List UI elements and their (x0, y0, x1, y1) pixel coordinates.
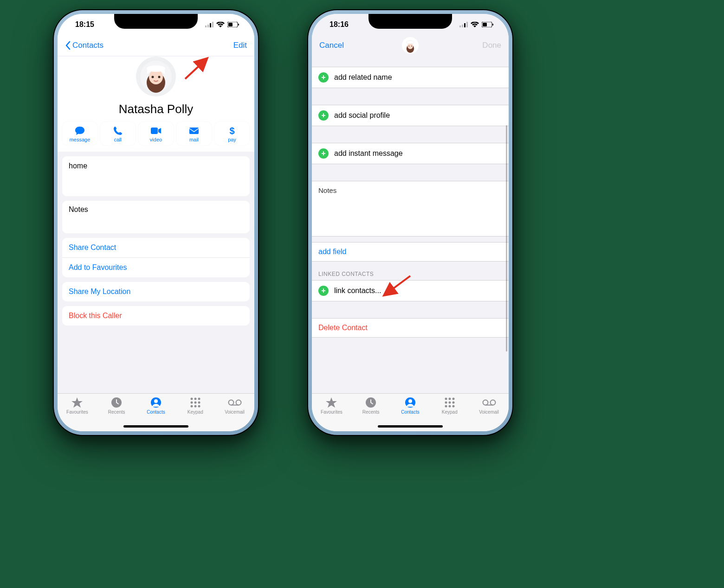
tab-recents[interactable]: Recents (100, 396, 133, 415)
nav-bar: Contacts Edit (58, 35, 254, 56)
svg-point-48 (445, 398, 447, 400)
tab-favourites[interactable]: Favourites (60, 396, 94, 415)
svg-point-20 (194, 398, 196, 400)
svg-rect-33 (462, 25, 463, 27)
link-contacts[interactable]: + link contacts... (312, 280, 509, 301)
keypad-icon (444, 396, 455, 409)
tab-voicemail[interactable]: Voicemail (472, 396, 506, 415)
contact-content: Natasha Polly message call video (58, 56, 254, 393)
svg-point-51 (445, 402, 447, 404)
svg-rect-34 (464, 23, 465, 27)
svg-point-25 (190, 405, 193, 408)
svg-rect-38 (492, 24, 493, 26)
contact-avatar[interactable] (136, 57, 176, 96)
svg-rect-0 (205, 26, 207, 27)
person-icon (405, 396, 416, 409)
add-field[interactable]: add field (312, 242, 509, 262)
edit-content[interactable]: + add related name + add social profile … (312, 56, 509, 393)
tab-contacts[interactable]: Contacts (139, 396, 173, 415)
message-button[interactable]: message (62, 122, 97, 145)
back-label: Contacts (72, 41, 103, 50)
tab-label: Voicemail (225, 409, 245, 415)
svg-point-56 (452, 405, 454, 408)
mail-button[interactable]: mail (176, 122, 212, 145)
edit-button[interactable]: Edit (233, 41, 247, 50)
svg-point-26 (194, 405, 196, 408)
tab-label: Keypad (187, 409, 203, 415)
svg-point-43 (408, 45, 409, 46)
svg-point-18 (154, 399, 158, 403)
pay-button[interactable]: $ pay (214, 122, 250, 145)
phone-mockup-left: 18:15 Contacts Edit (53, 9, 259, 436)
mail-label: mail (189, 137, 199, 142)
add-social-profile[interactable]: + add social profile (312, 105, 509, 126)
svg-point-42 (407, 40, 414, 44)
add-to-favourites[interactable]: Add to Favourites (62, 258, 250, 277)
svg-text:$: $ (229, 126, 234, 136)
tab-label: Recents (108, 409, 125, 415)
call-button[interactable]: call (100, 122, 136, 145)
cancel-button[interactable]: Cancel (319, 41, 344, 50)
svg-point-22 (190, 402, 193, 404)
share-my-location[interactable]: Share My Location (62, 282, 250, 301)
plus-icon: + (318, 286, 329, 296)
wifi-icon (216, 22, 225, 27)
tab-keypad[interactable]: Keypad (433, 396, 466, 415)
add-related-name[interactable]: + add related name (312, 67, 509, 88)
star-icon (71, 396, 83, 409)
svg-point-19 (190, 398, 193, 400)
svg-point-50 (452, 398, 454, 400)
status-time: 18:16 (330, 20, 349, 29)
plus-icon: + (318, 72, 329, 83)
svg-point-44 (411, 45, 412, 46)
back-button[interactable]: Contacts (65, 41, 103, 50)
svg-point-52 (448, 402, 451, 404)
tab-contacts[interactable]: Contacts (394, 396, 427, 415)
tab-recents[interactable]: Recents (354, 396, 388, 415)
tab-favourites[interactable]: Favourites (315, 396, 348, 415)
clock-icon (111, 396, 122, 409)
tab-label: Keypad (442, 409, 458, 415)
svg-point-54 (445, 405, 447, 408)
chevron-left-icon (65, 41, 71, 50)
contact-name: Natasha Polly (58, 102, 254, 116)
svg-rect-32 (459, 26, 461, 27)
svg-point-24 (198, 402, 200, 404)
delete-contact[interactable]: Delete Contact (312, 318, 509, 338)
svg-point-49 (448, 398, 451, 400)
nav-avatar[interactable] (402, 37, 419, 54)
dollar-icon: $ (229, 126, 235, 136)
scroll-indicator[interactable] (506, 125, 507, 352)
battery-icon (227, 22, 239, 27)
svg-point-57 (483, 400, 488, 405)
linked-contacts-header: LINKED CONTACTS (312, 262, 509, 280)
nav-bar-edit: Cancel Done (312, 35, 509, 56)
phone-icon (113, 126, 123, 136)
block-caller[interactable]: Block this Caller (62, 306, 250, 326)
cellular-icon (205, 22, 213, 27)
done-button[interactable]: Done (482, 41, 501, 50)
call-label: call (114, 137, 122, 142)
field-notes[interactable]: Notes (62, 201, 250, 233)
add-instant-message[interactable]: + add instant message (312, 143, 509, 164)
svg-point-58 (490, 400, 495, 405)
svg-point-53 (452, 402, 454, 404)
cellular-icon (459, 22, 468, 27)
video-icon (150, 126, 162, 136)
svg-rect-37 (483, 23, 487, 26)
home-indicator[interactable] (378, 425, 443, 428)
svg-rect-35 (466, 22, 468, 27)
video-button[interactable]: video (138, 122, 174, 145)
svg-point-27 (198, 405, 200, 408)
share-contact[interactable]: Share Contact (62, 238, 250, 258)
home-indicator[interactable] (123, 425, 188, 428)
tab-keypad[interactable]: Keypad (179, 396, 212, 415)
field-home[interactable]: home (62, 156, 250, 196)
svg-rect-13 (151, 128, 158, 134)
pay-label: pay (228, 137, 236, 142)
svg-point-55 (448, 405, 451, 408)
status-icons (459, 22, 494, 27)
tab-voicemail[interactable]: Voicemail (218, 396, 252, 415)
status-time: 18:15 (75, 20, 94, 29)
notes-field[interactable]: Notes (312, 181, 509, 236)
